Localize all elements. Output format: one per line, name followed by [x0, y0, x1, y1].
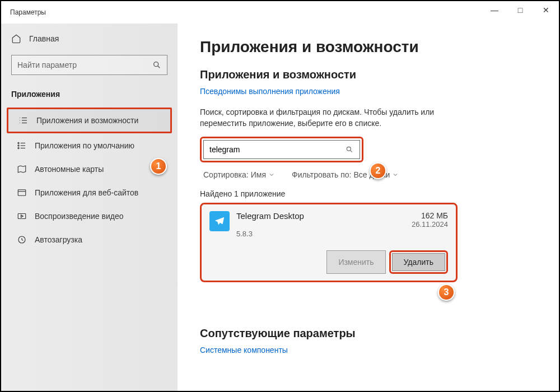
search-icon: [152, 60, 161, 69]
svg-point-13: [18, 147, 19, 148]
sub-title: Приложения и возможности: [200, 68, 536, 81]
annotation-badge-2: 2: [370, 162, 386, 179]
svg-marker-14: [18, 166, 26, 172]
main-content: Приложения и возможности Приложения и во…: [178, 24, 559, 391]
help-text: Поиск, сортировка и фильтрация по дискам…: [200, 107, 469, 129]
nav-label: Приложения для веб-сайтов: [35, 188, 138, 197]
app-name: Telegram Desktop: [236, 211, 412, 221]
map-icon: [17, 164, 27, 174]
page-title: Приложения и возможности: [200, 38, 536, 56]
settings-search-placeholder: Найти параметр: [17, 60, 152, 69]
window-controls: — □ ✕: [482, 1, 559, 19]
app-version: 5.8.3: [236, 230, 412, 238]
list-icon: [18, 115, 29, 125]
app-search-input[interactable]: [203, 140, 360, 159]
nav-apps-features[interactable]: Приложения и возможности: [7, 108, 172, 133]
nav-offline-maps[interactable]: Автономные карты: [7, 158, 172, 180]
nav-label: Воспроизведение видео: [35, 212, 123, 221]
nav-label: Автозагрузка: [35, 235, 82, 244]
window-title: Параметры: [10, 8, 46, 16]
svg-marker-18: [21, 215, 24, 218]
video-icon: [17, 211, 27, 221]
aliases-link[interactable]: Псевдонимы выполнения приложения: [200, 87, 536, 96]
minimize-button[interactable]: —: [482, 1, 507, 19]
website-icon: [17, 188, 27, 198]
nav-default-apps[interactable]: Приложения по умолчанию: [7, 134, 172, 157]
svg-rect-17: [18, 214, 26, 219]
related-title: Сопутствующие параметры: [200, 327, 536, 340]
found-count: Найдено 1 приложение: [200, 189, 536, 198]
modify-button: Изменить: [326, 250, 385, 274]
nav-startup[interactable]: Автозагрузка: [7, 228, 172, 251]
sort-dropdown[interactable]: Сортировка: Имя: [203, 170, 275, 179]
chevron-down-icon: [392, 171, 399, 178]
annotation-badge-3: 3: [438, 284, 455, 301]
svg-line-1: [158, 66, 160, 68]
annotation-badge-1: 1: [150, 158, 167, 175]
svg-point-20: [347, 147, 351, 151]
svg-point-12: [18, 145, 19, 146]
search-icon: [346, 146, 353, 153]
telegram-icon: [209, 211, 230, 231]
uninstall-button[interactable]: Удалить: [392, 253, 445, 271]
home-link[interactable]: Главная: [1, 29, 178, 48]
section-label: Приложения: [1, 85, 178, 108]
nav-label: Автономные карты: [35, 165, 104, 174]
home-icon: [11, 34, 21, 44]
search-highlight: [200, 137, 363, 162]
svg-point-11: [18, 142, 19, 143]
home-label: Главная: [29, 34, 59, 43]
app-date: 26.11.2024: [412, 220, 448, 228]
system-components-link[interactable]: Системные компоненты: [200, 346, 536, 354]
svg-point-0: [154, 62, 158, 67]
default-icon: [17, 141, 27, 151]
sidebar: Главная Найти параметр Приложения Прилож…: [1, 24, 178, 391]
svg-line-21: [350, 151, 352, 152]
nav-video-playback[interactable]: Воспроизведение видео: [7, 205, 172, 227]
chevron-down-icon: [268, 171, 275, 178]
app-size: 162 МБ: [412, 211, 448, 220]
close-button[interactable]: ✕: [533, 1, 559, 19]
startup-icon: [17, 235, 27, 245]
nav-label: Приложения и возможности: [36, 116, 138, 125]
nav-apps-websites[interactable]: Приложения для веб-сайтов: [7, 181, 172, 204]
nav-label: Приложения по умолчанию: [35, 141, 134, 150]
app-card[interactable]: Telegram Desktop 5.8.3 162 МБ 26.11.2024…: [200, 203, 458, 282]
svg-rect-15: [18, 190, 26, 196]
settings-search[interactable]: Найти параметр: [11, 55, 167, 75]
uninstall-highlight: Удалить: [389, 250, 448, 274]
titlebar: Параметры — □ ✕: [1, 1, 559, 24]
maximize-button[interactable]: □: [507, 1, 533, 19]
